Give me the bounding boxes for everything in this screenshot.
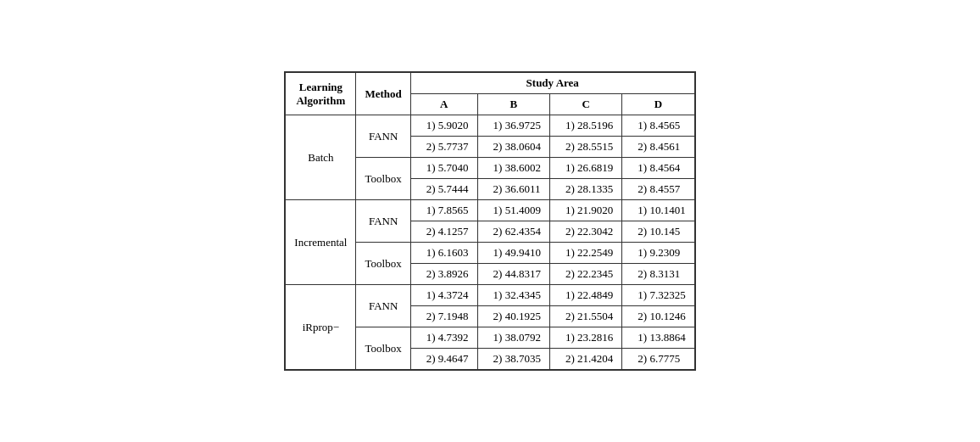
cell-0-0-1-c: 2) 28.5515 — [549, 137, 621, 158]
group-label-2: iRprop− — [286, 285, 356, 370]
cell-1-1-1-b: 2) 44.8317 — [477, 264, 549, 285]
study-area-header: Study Area — [410, 73, 694, 94]
method-label-2-0: FANN — [356, 285, 410, 327]
cell-0-1-0-c: 1) 26.6819 — [549, 158, 621, 179]
cell-2-0-1-b: 2) 40.1925 — [477, 306, 549, 327]
method-label-2-1: Toolbox — [356, 327, 410, 370]
cell-2-0-0-a: 1) 4.3724 — [410, 285, 477, 306]
cell-1-1-1-d: 2) 8.3131 — [622, 264, 694, 285]
cell-0-0-0-c: 1) 28.5196 — [549, 115, 621, 137]
cell-2-0-1-d: 2) 10.1246 — [622, 306, 694, 327]
cell-2-1-0-a: 1) 4.7392 — [410, 327, 477, 349]
cell-2-0-0-b: 1) 32.4345 — [477, 285, 549, 306]
col-b-header: B — [477, 94, 549, 115]
method-label-1-1: Toolbox — [356, 243, 410, 285]
cell-2-1-0-c: 1) 23.2816 — [549, 327, 621, 349]
learning-algorithm-header: LearningAlgorithm — [286, 73, 356, 115]
col-d-header: D — [622, 94, 694, 115]
method-label-0-1: Toolbox — [356, 158, 410, 200]
cell-1-0-1-b: 2) 62.4354 — [477, 221, 549, 243]
cell-0-0-0-a: 1) 5.9020 — [410, 115, 477, 137]
cell-0-1-1-b: 2) 36.6011 — [477, 179, 549, 200]
cell-0-0-0-b: 1) 36.9725 — [477, 115, 549, 137]
cell-1-1-1-c: 2) 22.2345 — [549, 264, 621, 285]
cell-0-0-1-d: 2) 8.4561 — [622, 137, 694, 158]
method-label-1-0: FANN — [356, 200, 410, 243]
cell-0-1-0-d: 1) 8.4564 — [622, 158, 694, 179]
cell-1-0-0-a: 1) 7.8565 — [410, 200, 477, 221]
cell-0-1-0-a: 1) 5.7040 — [410, 158, 477, 179]
group-label-0: Batch — [286, 115, 356, 200]
cell-0-0-1-a: 2) 5.7737 — [410, 137, 477, 158]
data-table: LearningAlgorithm Method Study Area A B … — [285, 72, 694, 370]
cell-0-1-1-c: 2) 28.1335 — [549, 179, 621, 200]
group-label-1: Incremental — [286, 200, 356, 285]
method-label-0-0: FANN — [356, 115, 410, 158]
cell-0-1-1-a: 2) 5.7444 — [410, 179, 477, 200]
cell-2-0-0-c: 1) 22.4849 — [549, 285, 621, 306]
cell-1-0-1-d: 2) 10.145 — [622, 221, 694, 243]
col-c-header: C — [549, 94, 621, 115]
cell-0-0-0-d: 1) 8.4565 — [622, 115, 694, 137]
cell-2-1-1-c: 2) 21.4204 — [549, 349, 621, 370]
cell-1-0-0-c: 1) 21.9020 — [549, 200, 621, 221]
cell-2-1-0-d: 1) 13.8864 — [622, 327, 694, 349]
cell-2-0-0-d: 1) 7.32325 — [622, 285, 694, 306]
cell-1-0-1-c: 2) 22.3042 — [549, 221, 621, 243]
cell-1-0-0-b: 1) 51.4009 — [477, 200, 549, 221]
cell-2-1-1-a: 2) 9.4647 — [410, 349, 477, 370]
cell-2-1-1-d: 2) 6.7775 — [622, 349, 694, 370]
cell-0-0-1-b: 2) 38.0604 — [477, 137, 549, 158]
cell-2-0-1-a: 2) 7.1948 — [410, 306, 477, 327]
col-a-header: A — [410, 94, 477, 115]
cell-1-1-0-c: 1) 22.2549 — [549, 243, 621, 264]
cell-2-1-0-b: 1) 38.0792 — [477, 327, 549, 349]
method-header: Method — [356, 73, 410, 115]
cell-1-1-0-d: 1) 9.2309 — [622, 243, 694, 264]
cell-1-1-1-a: 2) 3.8926 — [410, 264, 477, 285]
cell-0-1-0-b: 1) 38.6002 — [477, 158, 549, 179]
cell-1-0-1-a: 2) 4.1257 — [410, 221, 477, 243]
main-table-wrapper: LearningAlgorithm Method Study Area A B … — [284, 71, 695, 371]
cell-1-0-0-d: 1) 10.1401 — [622, 200, 694, 221]
cell-1-1-0-b: 1) 49.9410 — [477, 243, 549, 264]
cell-0-1-1-d: 2) 8.4557 — [622, 179, 694, 200]
cell-2-0-1-c: 2) 21.5504 — [549, 306, 621, 327]
cell-1-1-0-a: 1) 6.1603 — [410, 243, 477, 264]
cell-2-1-1-b: 2) 38.7035 — [477, 349, 549, 370]
